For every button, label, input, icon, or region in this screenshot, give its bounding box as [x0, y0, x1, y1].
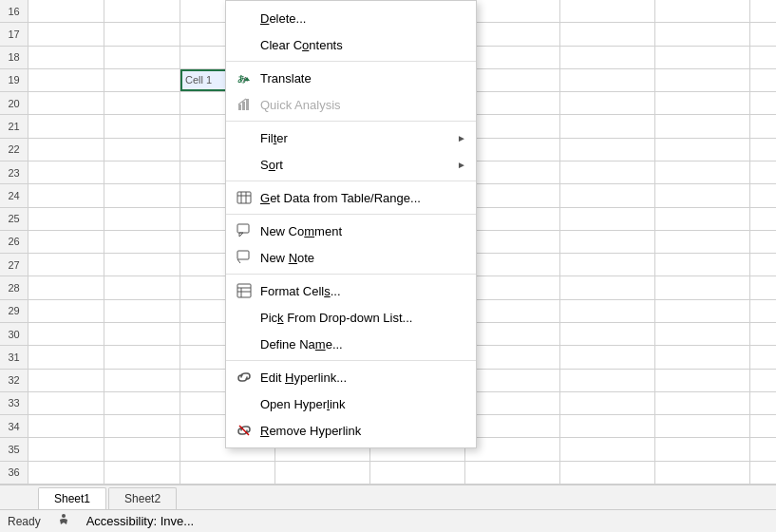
row-header[interactable]: 28	[0, 276, 28, 298]
grid-cell[interactable]	[560, 208, 655, 230]
grid-cell[interactable]	[28, 115, 104, 137]
grid-cell[interactable]	[104, 462, 180, 484]
grid-cell[interactable]	[655, 300, 750, 322]
grid-cell[interactable]	[104, 184, 180, 206]
grid-cell[interactable]	[560, 0, 655, 22]
row-header[interactable]: 33	[0, 392, 28, 414]
grid-cell[interactable]	[104, 69, 180, 91]
row-header[interactable]: 36	[0, 462, 28, 484]
menu-item-filter[interactable]: Filter ►	[226, 124, 476, 151]
grid-cell[interactable]	[560, 300, 655, 322]
grid-cell[interactable]	[465, 276, 560, 298]
grid-cell[interactable]	[104, 438, 180, 460]
row-header[interactable]: 17	[0, 23, 28, 45]
menu-item-get-data[interactable]: Get Data from Table/Range...	[226, 184, 476, 211]
menu-item-sort[interactable]: Sort ►	[226, 151, 476, 178]
menu-item-format-cells[interactable]: Format Cells...	[226, 277, 476, 304]
grid-cell[interactable]	[560, 392, 655, 414]
grid-cell[interactable]	[465, 69, 560, 91]
menu-item-define-name[interactable]: Define Name...	[226, 331, 476, 357]
grid-cell[interactable]	[465, 162, 560, 183]
grid-cell[interactable]	[655, 0, 750, 22]
grid-cell[interactable]	[560, 162, 655, 183]
grid-cell[interactable]	[655, 231, 750, 253]
grid-cell[interactable]	[560, 139, 655, 161]
grid-cell[interactable]	[465, 184, 560, 206]
grid-cell[interactable]	[28, 438, 104, 460]
grid-cell[interactable]	[560, 370, 655, 391]
grid-cell[interactable]	[655, 276, 750, 298]
row-header[interactable]: 23	[0, 162, 28, 183]
grid-cell[interactable]	[104, 415, 180, 437]
grid-cell[interactable]	[104, 139, 180, 161]
grid-cell[interactable]	[104, 346, 180, 368]
grid-cell[interactable]	[465, 139, 560, 161]
grid-cell[interactable]	[655, 323, 750, 345]
row-header[interactable]: 32	[0, 370, 28, 391]
grid-cell[interactable]	[28, 23, 104, 45]
grid-cell[interactable]	[560, 184, 655, 206]
grid-cell[interactable]	[104, 208, 180, 230]
grid-cell[interactable]	[28, 139, 104, 161]
grid-cell[interactable]	[655, 69, 750, 91]
grid-cell[interactable]	[655, 47, 750, 68]
grid-cell[interactable]	[465, 438, 560, 460]
menu-item-translate[interactable]: あ A Translate	[226, 65, 476, 91]
grid-cell[interactable]	[465, 92, 560, 114]
menu-item-remove-hyperlink[interactable]: Remove Hyperlink	[226, 417, 476, 444]
row-header[interactable]: 27	[0, 254, 28, 276]
grid-cell[interactable]	[465, 231, 560, 253]
grid-cell[interactable]	[560, 346, 655, 368]
grid-cell[interactable]	[104, 47, 180, 68]
grid-cell[interactable]	[465, 0, 560, 22]
grid-cell[interactable]	[655, 139, 750, 161]
menu-item-clear-contents[interactable]: Clear Contents	[226, 31, 476, 58]
grid-cell[interactable]	[465, 23, 560, 45]
grid-cell[interactable]	[104, 115, 180, 137]
grid-cell[interactable]	[465, 208, 560, 230]
row-header[interactable]: 24	[0, 184, 28, 206]
grid-cell[interactable]	[655, 415, 750, 437]
row-header[interactable]: 20	[0, 92, 28, 114]
grid-cell[interactable]	[465, 346, 560, 368]
grid-cell[interactable]	[655, 254, 750, 276]
row-header[interactable]: 30	[0, 323, 28, 345]
grid-cell[interactable]	[655, 462, 750, 484]
grid-cell[interactable]	[275, 462, 370, 484]
row-header[interactable]: 16	[0, 0, 28, 22]
grid-cell[interactable]	[28, 231, 104, 253]
sheet-tab-sheet2[interactable]: Sheet2	[108, 487, 177, 509]
sheet-tab-sheet1[interactable]: Sheet1	[38, 487, 106, 510]
grid-cell[interactable]	[655, 115, 750, 137]
row-header[interactable]: 35	[0, 438, 28, 460]
grid-cell[interactable]	[465, 392, 560, 414]
grid-cell[interactable]	[28, 0, 104, 22]
grid-cell[interactable]	[370, 462, 465, 484]
row-header[interactable]: 25	[0, 208, 28, 230]
grid-cell[interactable]	[28, 92, 104, 114]
menu-item-new-comment[interactable]: New Comment	[226, 218, 476, 244]
grid-cell[interactable]	[560, 92, 655, 114]
grid-cell[interactable]	[28, 462, 104, 484]
menu-item-new-note[interactable]: New Note	[226, 244, 476, 271]
grid-cell[interactable]	[28, 162, 104, 183]
grid-cell[interactable]	[560, 462, 655, 484]
grid-cell[interactable]	[28, 276, 104, 298]
grid-cell[interactable]	[655, 92, 750, 114]
grid-cell[interactable]	[560, 69, 655, 91]
grid-cell[interactable]	[104, 92, 180, 114]
row-header[interactable]: 21	[0, 115, 28, 137]
row-header[interactable]: 29	[0, 300, 28, 322]
grid-cell[interactable]	[465, 462, 560, 484]
grid-cell[interactable]	[28, 208, 104, 230]
grid-cell[interactable]	[465, 254, 560, 276]
menu-item-edit-hyperlink[interactable]: Edit Hyperlink...	[226, 364, 476, 390]
grid-cell[interactable]	[28, 415, 104, 437]
grid-cell[interactable]	[28, 47, 104, 68]
grid-cell[interactable]	[655, 23, 750, 45]
grid-cell[interactable]	[560, 23, 655, 45]
grid-cell[interactable]	[28, 254, 104, 276]
grid-cell[interactable]	[28, 346, 104, 368]
row-header[interactable]: 34	[0, 415, 28, 437]
menu-item-pick-dropdown[interactable]: Pick From Drop-down List...	[226, 304, 476, 331]
